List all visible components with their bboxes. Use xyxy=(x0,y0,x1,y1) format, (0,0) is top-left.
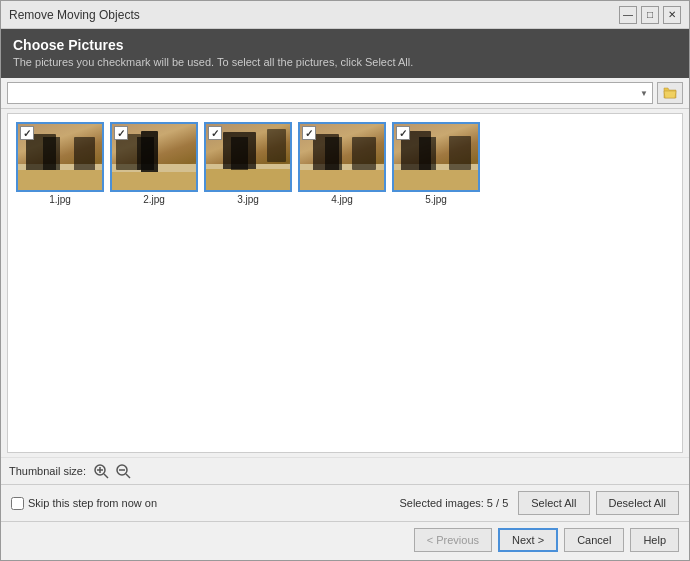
thumbnail-wrapper xyxy=(16,122,104,192)
help-button[interactable]: Help xyxy=(630,528,679,552)
list-item[interactable]: 5.jpg xyxy=(392,122,480,205)
deselect-all-button[interactable]: Deselect All xyxy=(596,491,679,515)
list-item[interactable]: 2.jpg xyxy=(110,122,198,205)
title-controls: — □ ✕ xyxy=(619,6,681,24)
thumbnail-wrapper xyxy=(204,122,292,192)
image-checkbox[interactable] xyxy=(396,126,410,140)
minimize-button[interactable]: — xyxy=(619,6,637,24)
thumbnails-area: 1.jpg 2.jpg xyxy=(7,113,683,453)
zoom-out-button[interactable] xyxy=(114,462,132,480)
window-title: Remove Moving Objects xyxy=(9,8,619,22)
thumbnail-label: 5.jpg xyxy=(425,194,447,205)
browse-folder-button[interactable] xyxy=(657,82,683,104)
page-description: The pictures you checkmark will be used.… xyxy=(13,56,677,68)
maximize-button[interactable]: □ xyxy=(641,6,659,24)
page-title: Choose Pictures xyxy=(13,37,677,53)
previous-button[interactable]: < Previous xyxy=(414,528,492,552)
skip-step-checkbox-label[interactable]: Skip this step from now on xyxy=(11,497,157,510)
main-window: Remove Moving Objects — □ ✕ Choose Pictu… xyxy=(0,0,690,561)
footer-row: Skip this step from now on Selected imag… xyxy=(1,484,689,521)
list-item[interactable]: 3.jpg xyxy=(204,122,292,205)
toolbar-row: ▼ xyxy=(1,78,689,109)
thumbnail-label: 3.jpg xyxy=(237,194,259,205)
thumbnail-label: 4.jpg xyxy=(331,194,353,205)
folder-icon xyxy=(663,87,677,99)
thumbnail-size-label: Thumbnail size: xyxy=(9,465,86,477)
image-checkbox[interactable] xyxy=(20,126,34,140)
footer-right: Selected images: 5 / 5 Select All Desele… xyxy=(399,491,679,515)
thumbnail-wrapper xyxy=(110,122,198,192)
thumbnail-label: 2.jpg xyxy=(143,194,165,205)
navigation-row: < Previous Next > Cancel Help xyxy=(1,521,689,560)
selected-images-info: Selected images: 5 / 5 xyxy=(399,497,508,509)
svg-line-5 xyxy=(126,474,130,478)
list-item[interactable]: 1.jpg xyxy=(16,122,104,205)
select-all-button[interactable]: Select All xyxy=(518,491,589,515)
title-bar: Remove Moving Objects — □ ✕ xyxy=(1,1,689,29)
close-button[interactable]: ✕ xyxy=(663,6,681,24)
cancel-button[interactable]: Cancel xyxy=(564,528,624,552)
thumbnail-wrapper xyxy=(392,122,480,192)
path-combobox[interactable]: ▼ xyxy=(7,82,653,104)
header-section: Choose Pictures The pictures you checkma… xyxy=(1,29,689,78)
next-button[interactable]: Next > xyxy=(498,528,558,552)
image-checkbox[interactable] xyxy=(114,126,128,140)
skip-step-label: Skip this step from now on xyxy=(28,497,157,509)
thumbnail-wrapper xyxy=(298,122,386,192)
thumbnail-size-controls: Thumbnail size: xyxy=(1,457,689,484)
thumbnails-grid: 1.jpg 2.jpg xyxy=(16,122,674,205)
skip-step-checkbox[interactable] xyxy=(11,497,24,510)
chevron-down-icon: ▼ xyxy=(640,89,648,98)
zoom-in-button[interactable] xyxy=(92,462,110,480)
svg-line-1 xyxy=(104,474,108,478)
thumbnail-label: 1.jpg xyxy=(49,194,71,205)
image-checkbox[interactable] xyxy=(302,126,316,140)
list-item[interactable]: 4.jpg xyxy=(298,122,386,205)
image-checkbox[interactable] xyxy=(208,126,222,140)
